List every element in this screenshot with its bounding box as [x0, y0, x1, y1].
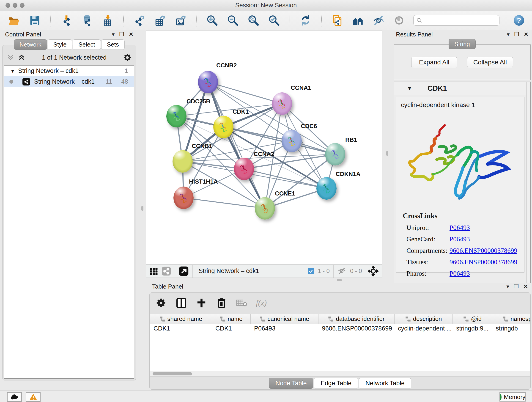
scrollbar-thumb[interactable] — [152, 372, 192, 375]
export-table-button[interactable] — [153, 14, 166, 27]
edge-CDK1-RB1[interactable] — [223, 127, 335, 154]
import-table-button[interactable] — [101, 14, 114, 27]
tab-node-table[interactable]: Node Table — [269, 378, 313, 389]
zoom-fit-button[interactable] — [247, 14, 260, 27]
panel-menu-icon[interactable]: ▾ — [507, 31, 510, 38]
tab-style[interactable]: Style — [48, 39, 72, 50]
section-expander-icon[interactable]: ▾ — [408, 85, 411, 92]
node-section-header[interactable]: ▾ CDK1 — [394, 82, 530, 95]
warnings-button[interactable] — [26, 392, 41, 402]
crosslink-link[interactable]: P06493 — [450, 224, 470, 231]
collapse-all-button[interactable]: Collapse All — [467, 57, 513, 68]
memory-button[interactable]: Memory — [500, 392, 526, 402]
add-column-icon[interactable] — [196, 297, 207, 309]
network-node-CCNA2[interactable] — [234, 158, 254, 180]
edge-HIST1H1A-CCNE1[interactable] — [184, 198, 265, 208]
network-collection-row[interactable]: ▾ String Network – cdk1 1 — [4, 65, 134, 76]
import-database-button[interactable] — [81, 14, 94, 27]
crosslink-link[interactable]: P06493 — [450, 270, 470, 277]
column-type-icon — [405, 316, 411, 322]
gear-icon[interactable] — [123, 53, 132, 62]
panel-menu-icon[interactable]: ▾ — [506, 283, 509, 290]
collapse-all-icon[interactable] — [7, 54, 14, 61]
tab-select[interactable]: Select — [73, 39, 101, 50]
grid-view-icon[interactable] — [150, 267, 158, 275]
refresh-button[interactable] — [299, 14, 312, 27]
network-node-CCNB2[interactable] — [198, 71, 218, 93]
zoom-selected-button[interactable] — [268, 14, 280, 27]
right-splitter-handle[interactable] — [386, 151, 388, 156]
column-header-name[interactable]: name — [212, 314, 251, 324]
tree-expander-icon[interactable]: ▾ — [11, 68, 18, 74]
column-header-shared-name[interactable]: shared name — [150, 314, 212, 324]
expand-all-button[interactable]: Expand All — [411, 57, 457, 68]
column-header-description[interactable]: description — [394, 314, 453, 324]
tab-edge-table[interactable]: Edge Table — [314, 378, 358, 389]
tab-string[interactable]: String — [449, 39, 476, 49]
network-node-RB1[interactable] — [325, 143, 345, 166]
table-row[interactable]: CDK1CDK1P064939606.ENSP00000378699cyclin… — [150, 324, 530, 333]
neighborhood-button[interactable] — [351, 14, 364, 27]
network-node-CDC25B[interactable] — [166, 105, 186, 128]
table-horizontal-scrollbar[interactable] — [150, 371, 530, 376]
export-network-button[interactable] — [133, 14, 146, 27]
network-node-CDKN1A[interactable] — [317, 177, 336, 200]
delete-column-icon[interactable] — [215, 297, 228, 309]
crosslink-link[interactable]: 9606.ENSP00000378699 — [450, 258, 517, 266]
network-node-CCNB1[interactable] — [172, 150, 193, 172]
zoom-in-button[interactable] — [206, 14, 219, 27]
maximize-window-icon[interactable] — [20, 3, 25, 8]
tab-sets[interactable]: Sets — [101, 39, 125, 50]
expand-all-icon[interactable] — [18, 54, 25, 61]
network-node-HIST1H1A[interactable] — [173, 186, 194, 209]
hide-selected-button[interactable] — [372, 14, 385, 27]
network-row[interactable]: String Network – cdk1 11 48 — [4, 76, 134, 87]
column-header-canonical-name[interactable]: canonical name — [251, 314, 318, 324]
crosslink-link[interactable]: P06493 — [450, 235, 470, 243]
tab-network[interactable]: Network — [14, 39, 47, 50]
protein-thumbnail — [284, 134, 299, 149]
bottom-splitter-handle[interactable] — [337, 279, 342, 281]
node-table-panel: f(x) shared namenamecanonical namedataba… — [149, 293, 531, 390]
panel-close-icon[interactable]: ✕ — [523, 283, 528, 290]
panel-menu-icon[interactable]: ▾ — [112, 31, 114, 38]
node-table[interactable]: shared namenamecanonical namedatabase id… — [150, 314, 530, 371]
panel-close-icon[interactable]: ✕ — [129, 31, 133, 38]
left-splitter-handle[interactable] — [141, 206, 143, 211]
cloud-button[interactable] — [7, 392, 22, 402]
edge-CCNB2-CCNA1[interactable] — [208, 82, 282, 104]
show-columns-icon[interactable] — [175, 297, 187, 309]
zoom-out-button[interactable] — [226, 14, 239, 27]
panel-float-icon[interactable]: ❐ — [514, 283, 519, 290]
network-view-icon[interactable] — [162, 266, 171, 276]
open-session-button[interactable] — [8, 14, 21, 27]
column-header--id[interactable]: @id — [453, 314, 492, 324]
panel-float-icon[interactable]: ❐ — [514, 31, 519, 38]
show-all-button[interactable] — [393, 14, 405, 27]
panel-close-icon[interactable]: ✕ — [524, 31, 528, 38]
search-box[interactable] — [413, 15, 500, 26]
selected-checkbox-icon[interactable] — [308, 268, 314, 274]
results-scrollbar[interactable] — [526, 82, 530, 283]
clone-network-button[interactable] — [331, 14, 344, 27]
network-node-CDK1[interactable] — [213, 116, 234, 138]
network-node-CCNE1[interactable] — [255, 197, 275, 220]
network-canvas[interactable]: CCNB2CCNA1CDC25BCDK1CDC6RB1CCNB1CCNA2CDK… — [146, 30, 382, 264]
close-window-icon[interactable] — [6, 3, 10, 8]
network-node-CCNA1[interactable] — [272, 92, 292, 115]
fit-selected-icon[interactable] — [368, 266, 379, 276]
network-node-CDC6[interactable] — [282, 130, 302, 152]
column-header-namespace[interactable]: namespace — [492, 314, 530, 324]
birds-eye-view-icon[interactable] — [179, 266, 189, 276]
import-network-button[interactable] — [60, 14, 73, 27]
panel-float-icon[interactable]: ❐ — [119, 31, 124, 38]
table-settings-gear-icon[interactable] — [155, 297, 167, 309]
save-session-button[interactable] — [28, 14, 41, 27]
export-image-button[interactable] — [174, 14, 187, 27]
help-icon[interactable]: ? — [514, 15, 524, 26]
column-header-database-identifier[interactable]: database identifier — [318, 314, 394, 324]
crosslink-link[interactable]: 9606.ENSP00000378699 — [450, 247, 517, 254]
tab-network-table[interactable]: Network Table — [359, 378, 411, 389]
search-input[interactable] — [424, 17, 496, 24]
minimize-window-icon[interactable] — [13, 3, 17, 8]
